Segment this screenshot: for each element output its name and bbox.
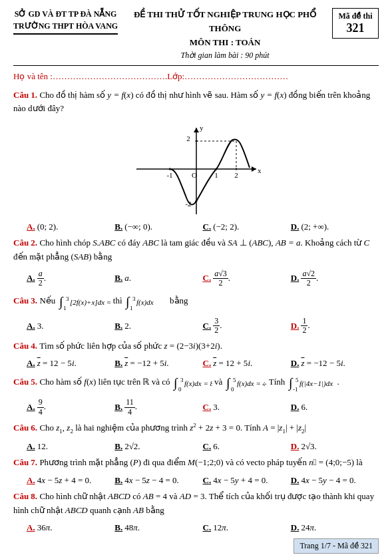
q4-a-text: z = 12 − 5i. xyxy=(37,358,77,369)
svg-text:3: 3 xyxy=(132,295,136,302)
q3-integral1-svg: ∫ 3 1 [2f(x)+x]dx = 5 xyxy=(58,291,111,311)
q7-answer-b: B. 4x − 5z − 4 = 0. xyxy=(114,475,202,486)
q1-a-text: (0; 2). xyxy=(37,222,59,232)
q7-a-label: A. xyxy=(27,475,35,486)
question-5: Câu 5. Cho hàm số f(x) liên tục trên ℝ v… xyxy=(13,373,379,393)
q2-answer-b: B. a. xyxy=(114,270,202,287)
svg-text:f(x)dx: f(x)dx xyxy=(136,298,154,307)
q4-c-text: z = 12 + 5i. xyxy=(213,358,252,369)
q3-answer-b: B. 2. xyxy=(114,317,202,335)
svg-text:y: y xyxy=(200,124,204,132)
q4-text: Tìm số phức liên hợp của số phức z = (2−… xyxy=(39,341,222,351)
question-6: Câu 6. Cho z1, z2 là hai nghiệm của phươ… xyxy=(13,421,379,436)
q6-c-label: C. xyxy=(203,441,212,452)
svg-text:∫: ∫ xyxy=(225,375,231,391)
q7-answer-c: C. 4x − 5y + 4 = 0. xyxy=(203,475,291,486)
q4-answer-a: A. z = 12 − 5i. xyxy=(27,358,114,369)
q8-answer-a: A. 36π. xyxy=(27,522,114,533)
q4-answer-d: D. z = −12 − 5i. xyxy=(291,358,379,369)
graph-container-q1: -1 O 1 2 x y 2 -2 xyxy=(13,121,379,218)
q7-text: Phương trình mặt phẳng (P) đi qua điểm M… xyxy=(39,457,362,467)
q4-label: Câu 4. xyxy=(13,341,37,351)
q3-b-text: 2. xyxy=(124,321,131,331)
svg-text:-1: -1 xyxy=(166,171,172,179)
q5-b-label: B. xyxy=(114,402,122,413)
q8-c-text: 12π. xyxy=(213,522,228,533)
q8-b-label: B. xyxy=(114,522,122,533)
exam-title-line1: ĐỀ THI THỬ TỐT NGHIỆP TRUNG HỌC PHỔ THÔN… xyxy=(124,8,325,36)
q7-a-text: 4x − 5z + 4 = 0. xyxy=(37,475,92,486)
q7-c-label: C. xyxy=(203,475,212,486)
q8-d-label: D. xyxy=(291,522,299,533)
q1-label: Câu 1. xyxy=(13,90,37,100)
q5-label: Câu 5. xyxy=(13,377,37,387)
header-divider xyxy=(13,65,379,66)
q2-a-text: a2. xyxy=(37,270,46,287)
svg-text:f(|4x−1|)dx: f(|4x−1|)dx xyxy=(299,379,333,388)
q6-c-text: 6. xyxy=(213,441,220,452)
q2-b-label: B. xyxy=(114,273,122,283)
q2-answers: A. a2. B. a. C. a√32. D. a√22. xyxy=(27,270,379,287)
q7-b-label: B. xyxy=(114,475,122,486)
q6-a-text: 12. xyxy=(37,441,48,452)
q6-answer-d: D. 2√3. xyxy=(291,441,379,452)
q5-answer-a: A. 94. xyxy=(27,398,114,416)
q2-c-text: a√32. xyxy=(213,270,230,287)
q4-b-text: z = −12 + 5i. xyxy=(124,358,168,369)
q2-answer-d: D. a√22. xyxy=(291,270,379,287)
q5-answer-b: B. 114. xyxy=(114,398,202,416)
q1-answer-d: D. (2; +∞). xyxy=(291,222,379,232)
q3-integral2-svg: ∫ 3 1 f(x)dx xyxy=(124,291,168,311)
q1-d-text: (2; +∞). xyxy=(301,222,329,232)
q5-c-label: C. xyxy=(203,402,212,413)
q6-answer-a: A. 12. xyxy=(27,441,114,452)
svg-text:1: 1 xyxy=(63,305,67,311)
q1-answers: A. (0; 2). B. (−∞; 0). C. (−2; 2). D. (2… xyxy=(27,222,379,232)
question-2: Câu 2. Cho hình chóp S.ABC có đáy ABC là… xyxy=(13,236,379,264)
page-footer: Trang 1/7 - Mã đề 321 xyxy=(294,538,379,554)
school-name: TRƯỜNG THPT HÒA VANG xyxy=(13,20,118,32)
q3-c-label: C. xyxy=(203,321,212,331)
q8-a-text: 36π. xyxy=(37,522,53,533)
q6-text: Cho z1, z2 là hai nghiệm của phương trìn… xyxy=(39,423,306,433)
q3-d-text: 12. xyxy=(301,317,309,335)
ho-ten-field: Họ và tên :………………………………….Lớp:……………………………… xyxy=(13,71,379,82)
q3-label: Câu 3. xyxy=(13,295,37,305)
exam-code-box: Mã đề thi 321 xyxy=(332,8,379,39)
q1-answer-c: C. (−2; 2). xyxy=(203,222,291,232)
svg-text:5: 5 xyxy=(295,377,299,383)
q3-answers: A. 3. B. 2. C. 32. D. 12. xyxy=(27,317,379,335)
q8-text: Cho hình chữ nhật ABCD có AB = 4 và AD =… xyxy=(13,491,374,515)
q5-c-text: 3. xyxy=(213,402,220,413)
q4-answers: A. z = 12 − 5i. B. z = −12 + 5i. C. z = … xyxy=(27,358,379,369)
exam-duration: Thời gian làm bài : 90 phút xyxy=(124,49,325,62)
q2-a-label: A. xyxy=(27,273,35,283)
q2-answer-c: C. a√32. xyxy=(203,270,291,287)
q8-answer-d: D. 24π. xyxy=(291,522,379,533)
svg-text:f(x)dx = 8: f(x)dx = 8 xyxy=(184,379,212,388)
q3-text: Nếu ∫ 3 1 [2f(x)+x]dx = 5 thì ∫ 3 1 f(x)… xyxy=(39,295,188,305)
svg-text:1: 1 xyxy=(130,305,133,311)
q4-a-label: A. xyxy=(27,358,35,369)
q7-b-text: 4x − 5z − 4 = 0. xyxy=(124,475,179,486)
page-header: SỞ GD VÀ ĐT TP ĐÀ NẴNG TRƯỜNG THPT HÒA V… xyxy=(13,8,379,63)
q6-answer-c: C. 6. xyxy=(203,441,291,452)
q8-label: Câu 8. xyxy=(13,491,37,501)
question-3: Câu 3. Nếu ∫ 3 1 [2f(x)+x]dx = 5 thì ∫ 3… xyxy=(13,291,379,311)
q7-answer-a: A. 4x − 5z + 4 = 0. xyxy=(27,475,114,486)
svg-text:0: 0 xyxy=(231,386,234,393)
q1-b-text: (−∞; 0). xyxy=(124,222,152,232)
q8-c-label: C. xyxy=(203,522,212,533)
q1-c-label: C. xyxy=(203,222,212,232)
q1-d-label: D. xyxy=(291,222,299,232)
q5-answers: A. 94. B. 114. C. 3. D. 6. xyxy=(27,398,379,416)
q5-a-text: 94. xyxy=(37,398,46,416)
q4-answer-c: C. z = 12 + 5i. xyxy=(203,358,291,369)
svg-marker-2 xyxy=(252,166,256,172)
svg-text:0: 0 xyxy=(178,386,182,393)
q1-answer-b: B. (−∞; 0). xyxy=(114,222,202,232)
question-8: Câu 8. Cho hình chữ nhật ABCD có AB = 4 … xyxy=(13,490,379,518)
q5-a-label: A. xyxy=(27,402,35,413)
svg-text:O: O xyxy=(192,171,197,179)
q6-a-label: A. xyxy=(27,441,35,452)
